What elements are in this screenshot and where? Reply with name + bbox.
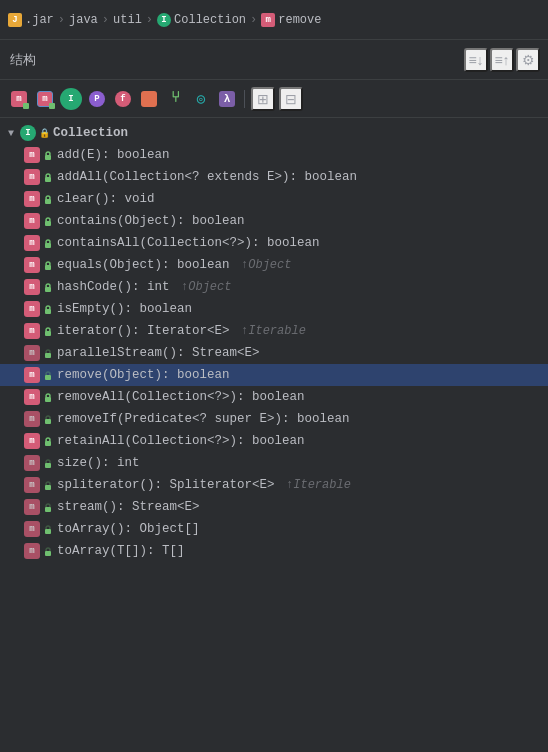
interface-filter-icon: I: [63, 91, 79, 107]
breadcrumb-remove[interactable]: m remove: [261, 13, 321, 27]
tree-row[interactable]: miterator(): Iterator<E> ↑Iterable: [0, 320, 548, 342]
lock-icon: [42, 303, 54, 315]
toolbar-title: 结构: [8, 51, 36, 69]
tree-row[interactable]: mcontainsAll(Collection<?>): boolean: [0, 232, 548, 254]
method-label: hashCode(): int ↑Object: [57, 280, 231, 294]
svg-rect-27: [46, 438, 50, 442]
filter-field-button[interactable]: f: [112, 88, 134, 110]
tree-row[interactable]: mstream(): Stream<E>: [0, 496, 548, 518]
lock-icon: [42, 369, 54, 381]
tree-row[interactable]: mparallelStream(): Stream<E>: [0, 342, 548, 364]
svg-rect-19: [46, 350, 50, 354]
method-icon: m: [24, 147, 40, 163]
method-icon: m: [24, 235, 40, 251]
svg-rect-25: [46, 416, 50, 420]
breadcrumb-java-label: java: [69, 13, 98, 27]
tree-row[interactable]: mcontains(Object): boolean: [0, 210, 548, 232]
tree-row[interactable]: mtoArray(): Object[]: [0, 518, 548, 540]
tree-row[interactable]: maddAll(Collection<? extends E>): boolea…: [0, 166, 548, 188]
sort-asc-button[interactable]: ≡↑: [490, 48, 514, 72]
method-label: removeIf(Predicate<? super E>): boolean: [57, 412, 350, 426]
filter-method-button[interactable]: m: [8, 88, 30, 110]
sort-type-button[interactable]: ⊞: [251, 87, 275, 111]
tree-root-row[interactable]: ▼ I 🔒 Collection: [0, 122, 548, 144]
enum-filter-icon: [141, 91, 157, 107]
method-list: madd(E): booleanmaddAll(Collection<? ext…: [0, 144, 548, 562]
tree-row[interactable]: mspliterator(): Spliterator<E> ↑Iterable: [0, 474, 548, 496]
breadcrumb-sep-1: ›: [58, 13, 65, 27]
lock-icon: [42, 479, 54, 491]
lock-icon: [42, 171, 54, 183]
sort-desc-button[interactable]: ≡↓: [464, 48, 488, 72]
svg-rect-33: [46, 504, 50, 508]
method-icon: m: [24, 345, 40, 361]
tree-row[interactable]: madd(E): boolean: [0, 144, 548, 166]
expand-arrow: ▼: [4, 126, 18, 140]
filter-fork-button[interactable]: ⑂: [164, 88, 186, 110]
breadcrumb-java[interactable]: java: [69, 13, 98, 27]
method-label: addAll(Collection<? extends E>): boolean: [57, 170, 357, 184]
svg-rect-17: [46, 328, 50, 332]
breadcrumb-jar-label: .jar: [25, 13, 54, 27]
tree-row[interactable]: mhashCode(): int ↑Object: [0, 276, 548, 298]
filter-property-button[interactable]: P: [86, 88, 108, 110]
lock-icon: [42, 501, 54, 513]
svg-rect-9: [46, 240, 50, 244]
breadcrumb-sep-2: ›: [102, 13, 109, 27]
tree-row[interactable]: mremove(Object): boolean: [0, 364, 548, 386]
lock-overlay2: [49, 103, 55, 109]
method-label: parallelStream(): Stream<E>: [57, 346, 260, 360]
method-label: removeAll(Collection<?>): boolean: [57, 390, 305, 404]
tree-row[interactable]: mtoArray(T[]): T[]: [0, 540, 548, 562]
method-label: iterator(): Iterator<E> ↑Iterable: [57, 324, 306, 338]
tree-row[interactable]: mequals(Object): boolean ↑Object: [0, 254, 548, 276]
root-interface-icon: I: [20, 125, 36, 141]
breadcrumb-collection[interactable]: I Collection: [157, 13, 246, 27]
method-label: stream(): Stream<E>: [57, 500, 200, 514]
filter-enum-button[interactable]: [138, 88, 160, 110]
inherited-label: ↑Iterable: [241, 324, 306, 338]
tree-row[interactable]: mretainAll(Collection<?>): boolean: [0, 430, 548, 452]
circle-filter-icon: ◎: [197, 90, 205, 107]
root-lock-icon: 🔒: [38, 127, 50, 139]
tree-row[interactable]: mremoveIf(Predicate<? super E>): boolean: [0, 408, 548, 430]
sort-alpha-button[interactable]: ⊟: [279, 87, 303, 111]
svg-rect-21: [46, 372, 50, 376]
method-label: toArray(T[]): T[]: [57, 544, 185, 558]
method-label: size(): int: [57, 456, 140, 470]
filter-method-inherited-button[interactable]: m: [34, 88, 56, 110]
filter-interface-button[interactable]: I: [60, 88, 82, 110]
jar-icon: J: [8, 13, 22, 27]
lock-icon: [42, 545, 54, 557]
method-icon: m: [24, 169, 40, 185]
svg-rect-5: [46, 196, 50, 200]
svg-rect-7: [46, 218, 50, 222]
method-icon: m: [24, 543, 40, 559]
breadcrumb-util-label: util: [113, 13, 142, 27]
svg-rect-15: [46, 306, 50, 310]
method-icon: m: [24, 411, 40, 427]
breadcrumb-collection-label: Collection: [174, 13, 246, 27]
breadcrumb-jar[interactable]: J .jar: [8, 13, 54, 27]
lock-icon: [42, 347, 54, 359]
method-label: spliterator(): Spliterator<E> ↑Iterable: [57, 478, 351, 492]
tree-row[interactable]: mclear(): void: [0, 188, 548, 210]
method-icon: m: [24, 499, 40, 515]
breadcrumb-util[interactable]: util: [113, 13, 142, 27]
settings-button[interactable]: ⚙: [516, 48, 540, 72]
tree-row[interactable]: mremoveAll(Collection<?>): boolean: [0, 386, 548, 408]
lock-icon: [42, 523, 54, 535]
svg-rect-3: [46, 174, 50, 178]
lock-icon: [42, 325, 54, 337]
filter-lambda-button[interactable]: λ: [216, 88, 238, 110]
method-label: containsAll(Collection<?>): boolean: [57, 236, 320, 250]
method-icon: m: [24, 521, 40, 537]
method-label: retainAll(Collection<?>): boolean: [57, 434, 305, 448]
breadcrumb: J .jar › java › util › I Collection › m …: [0, 0, 548, 40]
filter-circle-button[interactable]: ◎: [190, 88, 212, 110]
method-label: add(E): boolean: [57, 148, 170, 162]
method-icon: m: [24, 477, 40, 493]
tree-row[interactable]: misEmpty(): boolean: [0, 298, 548, 320]
lock-icon: [42, 281, 54, 293]
tree-row[interactable]: msize(): int: [0, 452, 548, 474]
